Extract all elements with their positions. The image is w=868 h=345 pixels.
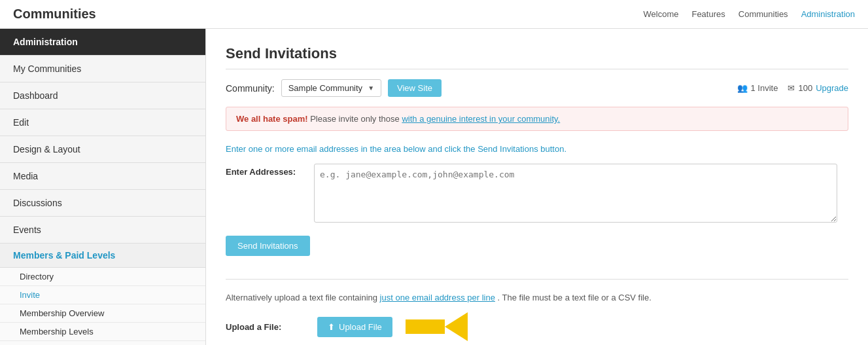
sidebar-item-media[interactable]: Media — [0, 163, 205, 190]
spam-bold: We all hate spam! — [236, 114, 308, 124]
community-row: Community: Sample Community ▼ View Site … — [226, 79, 848, 97]
nav-features[interactable]: Features — [691, 9, 725, 19]
upgrade-link[interactable]: Upgrade — [816, 83, 848, 93]
sidebar-item-membership-levels[interactable]: Membership Levels — [0, 323, 205, 341]
main-layout: Administration My Communities Dashboard … — [0, 29, 868, 345]
mail-icon: ✉ — [788, 83, 795, 93]
upload-desc-2: . The file must be a text file or a CSV … — [498, 293, 651, 302]
addresses-row: Enter Addresses: — [226, 164, 848, 223]
sidebar-item-dashboard[interactable]: Dashboard — [0, 82, 205, 109]
sidebar-item-directory[interactable]: Directory — [0, 268, 205, 286]
form-desc-text: Enter one or more email addresses in the… — [226, 144, 566, 154]
community-left: Community: Sample Community ▼ View Site — [226, 79, 442, 97]
page-title: Send Invitations — [226, 45, 848, 69]
sidebar-item-membership-text[interactable]: Membership Text — [0, 341, 205, 345]
upload-icon: ⬆ — [328, 322, 335, 332]
upload-description: Alternatively upload a text file contain… — [226, 293, 848, 302]
upload-row: Upload a File: ⬆ Upload File — [226, 312, 848, 341]
arrow-annotation — [406, 312, 468, 341]
sidebar-item-events[interactable]: Events — [0, 217, 205, 244]
arrow-body — [406, 319, 445, 334]
community-right: 👥 1 Invite ✉ 100 Upgrade — [737, 83, 849, 93]
upload-desc-1: Alternatively upload a text file contain… — [226, 293, 380, 302]
upload-link[interactable]: just one email address per line — [380, 293, 495, 302]
community-dropdown[interactable]: Sample Community ▼ — [281, 79, 381, 97]
upload-btn-label: Upload File — [339, 322, 382, 332]
sidebar-item-design-layout[interactable]: Design & Layout — [0, 136, 205, 163]
spam-warning: We all hate spam! Please invite only tho… — [226, 107, 848, 131]
upgrade-info: ✉ 100 Upgrade — [788, 83, 848, 93]
upload-file-button[interactable]: ⬆ Upload File — [317, 317, 392, 337]
arrow-head — [445, 312, 468, 341]
community-label: Community: — [226, 83, 275, 94]
email-addresses-input[interactable] — [314, 164, 837, 223]
sidebar-item-administration[interactable]: Administration — [0, 29, 205, 56]
sidebar-item-my-communities[interactable]: My Communities — [0, 56, 205, 82]
nav-administration[interactable]: Administration — [801, 9, 855, 19]
section-divider — [226, 279, 848, 280]
content-area: Send Invitations Community: Sample Commu… — [206, 29, 868, 345]
send-invitations-button[interactable]: Send Invitations — [226, 236, 310, 256]
top-nav: Communities Welcome Features Communities… — [0, 0, 868, 29]
enter-addresses-label: Enter Addresses: — [226, 164, 304, 177]
nav-communities[interactable]: Communities — [738, 9, 788, 19]
view-site-button[interactable]: View Site — [388, 79, 442, 97]
chevron-down-icon: ▼ — [368, 84, 374, 92]
sidebar-section-members: Members & Paid Levels — [0, 244, 205, 268]
spam-link[interactable]: with a genuine interest in your communit… — [402, 114, 560, 124]
sidebar-item-membership-overview[interactable]: Membership Overview — [0, 304, 205, 323]
sidebar: Administration My Communities Dashboard … — [0, 29, 206, 345]
logo: Communities — [13, 7, 96, 22]
invite-count: 1 Invite — [751, 83, 778, 93]
sidebar-item-edit[interactable]: Edit — [0, 109, 205, 136]
form-description: Enter one or more email addresses in the… — [226, 144, 848, 154]
spam-text: Please invite only those — [310, 114, 402, 124]
community-dropdown-value: Sample Community — [288, 83, 362, 93]
nav-welcome[interactable]: Welcome — [644, 9, 679, 19]
people-icon: 👥 — [737, 83, 748, 93]
sidebar-item-discussions[interactable]: Discussions — [0, 190, 205, 217]
upgrade-count: 100 — [798, 83, 812, 93]
upload-label: Upload a File: — [226, 322, 304, 332]
top-nav-links: Welcome Features Communities Administrat… — [644, 9, 856, 19]
invite-info: 👥 1 Invite — [737, 83, 778, 93]
sidebar-item-invite[interactable]: Invite — [0, 286, 205, 304]
